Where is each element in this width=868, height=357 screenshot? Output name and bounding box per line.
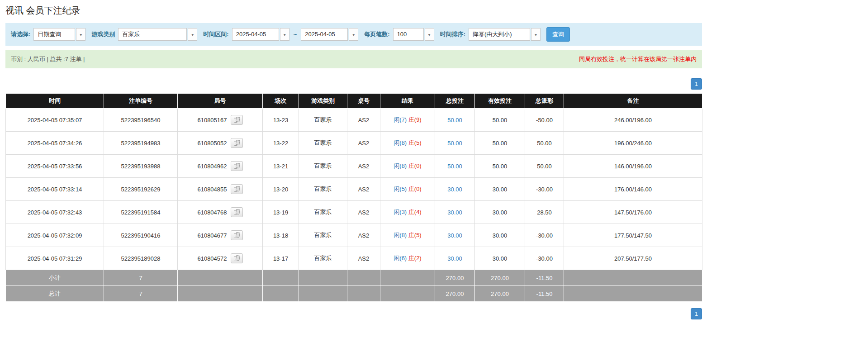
sort-order-combobox: 降幂(由大到小) ▾ (469, 28, 541, 41)
total-bet-cell: 50.00 (435, 109, 475, 132)
payout: -30.00 (525, 247, 564, 270)
table-row: 2025-04-05 07:35:07522395196540610805167… (6, 109, 702, 132)
valid-bet: 50.00 (475, 109, 525, 132)
cards-icon (233, 255, 240, 262)
bet-time: 2025-04-05 07:33:14 (6, 178, 104, 201)
cards-icon (233, 209, 240, 215)
session: 13-23 (263, 109, 299, 132)
total-row-label: 总计 (6, 286, 104, 302)
banker-result: 庄(0) (408, 162, 422, 169)
result-cell: 闲(6) 庄(2) (380, 247, 435, 270)
view-round-cards-button[interactable] (231, 115, 243, 125)
round-id-cell: 610805167 (178, 109, 263, 132)
empty-cell (380, 270, 435, 286)
total-bet-link[interactable]: 30.00 (447, 255, 462, 262)
chevron-down-icon[interactable]: ▾ (188, 28, 197, 41)
view-round-cards-button[interactable] (231, 184, 243, 194)
banker-result: 庄(5) (408, 232, 422, 238)
session: 13-18 (263, 224, 299, 247)
round-id: 610804677 (197, 232, 227, 239)
sort-order-value[interactable]: 降幂(由大到小) (469, 28, 530, 41)
page-1-button[interactable]: 1 (691, 308, 702, 319)
player-result: 闲(7) (394, 116, 407, 123)
col-header-time: 时间 (6, 94, 104, 109)
total-bet-link[interactable]: 50.00 (447, 163, 462, 170)
chevron-down-icon[interactable]: ▾ (425, 28, 434, 41)
chevron-down-icon[interactable]: ▾ (280, 28, 289, 41)
game-type: 百家乐 (299, 178, 347, 201)
banker-result: 庄(0) (408, 186, 422, 192)
pagination-bottom: 1 (5, 308, 702, 319)
total-bet-link[interactable]: 30.00 (447, 186, 462, 193)
filter-bar: 请选择: 日期查询 ▾ 游戏类别 百家乐 ▾ 时间区间: 2025-04-05 … (5, 23, 702, 46)
chevron-down-icon[interactable]: ▾ (531, 28, 541, 41)
page-1-button[interactable]: 1 (691, 78, 702, 90)
total-bet-link[interactable]: 50.00 (447, 140, 462, 147)
bet-time: 2025-04-05 07:32:43 (6, 201, 104, 224)
chevron-down-icon[interactable]: ▾ (76, 28, 85, 41)
remark: 246.00/196.00 (564, 109, 702, 132)
total-bet-link[interactable]: 50.00 (447, 117, 462, 124)
payout: 50.00 (525, 155, 564, 178)
cards-icon (233, 117, 240, 123)
table-row: 2025-04-05 07:33:56522395193988610804962… (6, 155, 702, 178)
cards-icon (233, 163, 240, 169)
game-type-label: 游戏类别 (91, 30, 115, 38)
round-id-cell: 610805052 (178, 132, 263, 155)
col-header-payout: 总派彩 (525, 94, 564, 109)
game-type: 百家乐 (299, 109, 347, 132)
game-type: 百家乐 (299, 247, 347, 270)
bet-id: 522395196540 (104, 109, 178, 132)
view-round-cards-button[interactable] (231, 207, 243, 217)
result-cell: 闲(3) 庄(4) (380, 201, 435, 224)
valid-bet: 30.00 (475, 247, 525, 270)
game-type: 百家乐 (299, 201, 347, 224)
result-cell: 闲(8) 庄(0) (380, 155, 435, 178)
empty-cell (564, 270, 702, 286)
cards-icon (233, 232, 240, 238)
bet-id: 522395193988 (104, 155, 178, 178)
time-range-label: 时间区间: (203, 30, 228, 38)
remark: 147.50/176.00 (564, 201, 702, 224)
per-page-combobox: 100 ▾ (393, 28, 434, 41)
banker-result: 庄(9) (408, 116, 422, 123)
banker-result: 庄(4) (408, 209, 422, 215)
subtotal-row-valid-bet: 270.00 (475, 270, 525, 286)
game-type: 百家乐 (299, 224, 347, 247)
select-type-value[interactable]: 日期查询 (33, 28, 75, 41)
total-bet-cell: 30.00 (435, 178, 475, 201)
col-header-valid-bet: 有效投注 (475, 94, 525, 109)
table-number: AS2 (347, 201, 380, 224)
total-bet-link[interactable]: 30.00 (447, 209, 462, 216)
game-type-value[interactable]: 百家乐 (118, 28, 187, 41)
player-result: 闲(3) (394, 209, 407, 215)
result-cell: 闲(8) 庄(5) (380, 224, 435, 247)
page-content: 视讯 会员下注纪录 请选择: 日期查询 ▾ 游戏类别 百家乐 ▾ 时间区间: 2… (5, 5, 702, 319)
view-round-cards-button[interactable] (231, 138, 243, 148)
view-round-cards-button[interactable] (231, 253, 243, 263)
player-result: 闲(6) (394, 255, 407, 262)
per-page-label: 每页笔数: (364, 30, 389, 38)
empty-cell (178, 286, 263, 302)
total-bet-cell: 50.00 (435, 155, 475, 178)
date-to-value[interactable]: 2025-04-05 (301, 28, 348, 41)
table-row: 2025-04-05 07:32:43522395191584610804768… (6, 201, 702, 224)
remark: 196.00/246.00 (564, 132, 702, 155)
view-round-cards-button[interactable] (231, 230, 243, 240)
search-button[interactable]: 查询 (546, 27, 570, 42)
cards-icon (233, 140, 240, 146)
total-bet-cell: 30.00 (435, 247, 475, 270)
chevron-down-icon[interactable]: ▾ (349, 28, 358, 41)
sort-order-label: 时间排序: (440, 30, 465, 38)
game-type: 百家乐 (299, 132, 347, 155)
date-from-value[interactable]: 2025-04-05 (232, 28, 279, 41)
per-page-value[interactable]: 100 (393, 28, 424, 41)
total-row-valid-bet: 270.00 (475, 286, 525, 302)
result-cell: 闲(8) 庄(5) (380, 132, 435, 155)
bet-time: 2025-04-05 07:32:09 (6, 224, 104, 247)
bet-id: 522395192629 (104, 178, 178, 201)
table-row: 2025-04-05 07:33:14522395192629610804855… (6, 178, 702, 201)
total-bet-link[interactable]: 30.00 (447, 232, 462, 239)
view-round-cards-button[interactable] (231, 161, 243, 171)
bets-table: 时间 注单编号 局号 场次 游戏类别 桌号 结果 总投注 有效投注 总派彩 备注… (5, 93, 702, 302)
